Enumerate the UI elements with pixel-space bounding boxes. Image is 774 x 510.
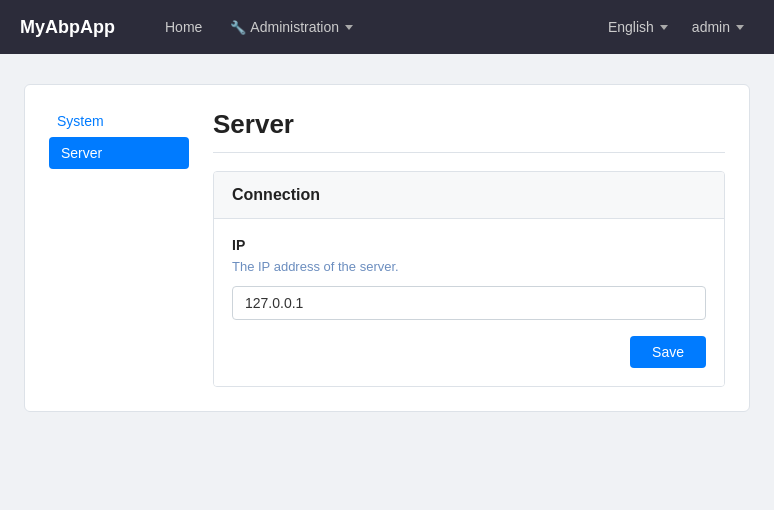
wrench-icon: 🔧 [230,20,246,35]
page-title: Server [213,109,725,140]
nav-right: English admin [598,13,754,41]
nav-home-label: Home [165,19,202,35]
section-body: IP The IP address of the server. Save [214,219,724,386]
nav-links: Home 🔧 Administration [155,13,598,41]
nav-home[interactable]: Home [155,13,212,41]
administration-caret-icon [345,25,353,30]
save-row: Save [232,336,706,368]
sidebar-item-server[interactable]: Server [49,137,189,169]
nav-language[interactable]: English [598,13,678,41]
panel-divider [213,152,725,153]
navbar: MyAbpApp Home 🔧 Administration English a… [0,0,774,54]
nav-administration[interactable]: 🔧 Administration [220,13,363,41]
nav-administration-label: Administration [250,19,339,35]
panel: Server Connection IP The IP address of t… [213,109,725,387]
main-content: System Server Server Connection IP The I… [0,54,774,442]
sidebar-item-system[interactable]: System [49,109,189,133]
nav-language-label: English [608,19,654,35]
nav-user-label: admin [692,19,730,35]
user-caret-icon [736,25,744,30]
nav-user[interactable]: admin [682,13,754,41]
main-card: System Server Server Connection IP The I… [24,84,750,412]
ip-field-label: IP [232,237,706,253]
brand-logo[interactable]: MyAbpApp [20,17,115,38]
save-button[interactable]: Save [630,336,706,368]
language-caret-icon [660,25,668,30]
section-connection-header: Connection [214,172,724,219]
sidebar: System Server [49,109,189,387]
connection-section: Connection IP The IP address of the serv… [213,171,725,387]
ip-input[interactable] [232,286,706,320]
ip-field-description: The IP address of the server. [232,259,706,274]
